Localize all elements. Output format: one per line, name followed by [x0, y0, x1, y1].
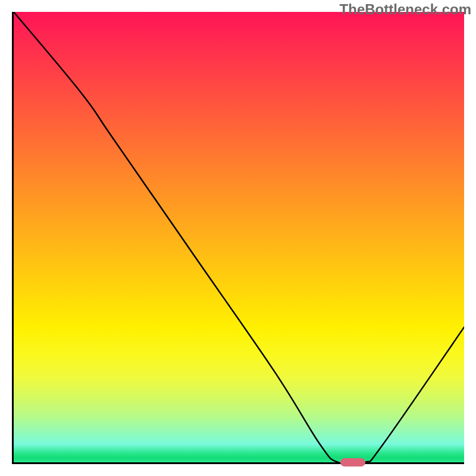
curve-svg: [14, 12, 464, 462]
plot-area: [12, 12, 464, 464]
bottleneck-curve-path: [14, 12, 464, 462]
optimal-marker: [340, 458, 365, 466]
chart-container: TheBottleneck.com: [0, 0, 476, 476]
watermark-text: TheBottleneck.com: [340, 1, 471, 18]
